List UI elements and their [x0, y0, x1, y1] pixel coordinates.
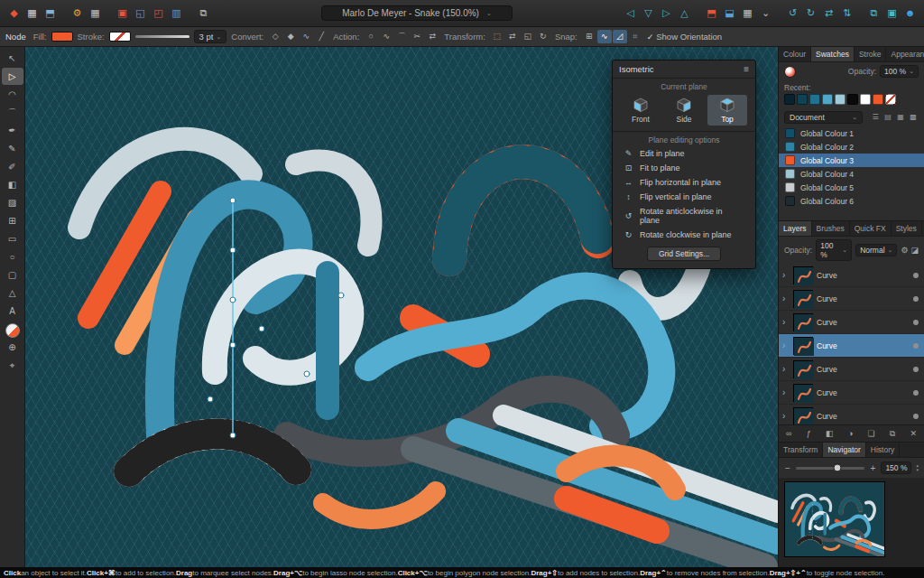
- group-icon[interactable]: ▣: [883, 5, 901, 22]
- contour-tool[interactable]: ◠: [2, 86, 23, 103]
- tab-brushes[interactable]: Brushes: [812, 221, 850, 236]
- expand-chevron-icon[interactable]: ›: [782, 270, 790, 280]
- stroke-swatch[interactable]: [109, 32, 131, 42]
- tab-appearance[interactable]: Appearance: [886, 47, 924, 61]
- order-front-icon[interactable]: ⬒: [703, 5, 720, 22]
- view-tool[interactable]: ⌖: [2, 357, 23, 374]
- zoom-stepper[interactable]: ▴ ▾: [916, 463, 919, 472]
- plane-front[interactable]: Front: [621, 95, 661, 126]
- transform-scale-icon[interactable]: ◱: [521, 30, 535, 43]
- align-right-icon[interactable]: ▷: [658, 5, 675, 22]
- brush-tool[interactable]: ✐: [2, 158, 23, 175]
- corner-tool[interactable]: ⌒: [2, 104, 23, 121]
- isometric-panel-header[interactable]: Isometric ≡: [613, 61, 755, 79]
- blend-options-gear-icon[interactable]: ⚙: [901, 246, 908, 255]
- lock-icon[interactable]: ◪: [910, 246, 919, 255]
- layer-visibility-dot[interactable]: [913, 414, 919, 419]
- adjustment-icon[interactable]: ◑: [848, 429, 853, 438]
- smooth-curve-icon[interactable]: ∿: [379, 30, 393, 43]
- fit-to-plane-option[interactable]: ⊡Fit to plane: [613, 161, 755, 175]
- layer-row[interactable]: ›Curve: [779, 358, 924, 381]
- reverse-curve-icon[interactable]: ⇄: [425, 30, 439, 43]
- flip-horizontal-icon[interactable]: ⇄: [820, 5, 837, 22]
- pencil-tool[interactable]: ✎: [2, 140, 23, 157]
- swatches-opacity-dropdown[interactable]: 100 % ⌄: [880, 65, 919, 78]
- insert-inside-icon[interactable]: ▣: [114, 5, 131, 22]
- recent-swatch[interactable]: [797, 94, 808, 105]
- order-back-icon[interactable]: ⬓: [721, 5, 738, 22]
- zoom-preset-icon[interactable]: ⌄: [757, 5, 774, 22]
- snap-alignment-icon[interactable]: ⌗: [628, 30, 642, 43]
- transform-rotate-icon[interactable]: ↻: [536, 30, 550, 43]
- move-tool[interactable]: ↖: [2, 50, 23, 67]
- convert-smooth-node-icon[interactable]: ◆: [283, 30, 298, 43]
- navigator-thumbnail[interactable]: [784, 481, 885, 557]
- ellipse-tool[interactable]: ○: [2, 248, 23, 266]
- flip-vertical-icon[interactable]: ⇅: [838, 5, 855, 22]
- rotate-clockwise-icon[interactable]: ↻: [802, 5, 819, 22]
- layer-visibility-dot[interactable]: [913, 273, 919, 278]
- transform-mode-icon[interactable]: ⬚: [490, 30, 504, 43]
- pixel-persona-icon[interactable]: ▦: [23, 5, 41, 22]
- recent-swatch[interactable]: [809, 94, 820, 105]
- grid-view-large-icon[interactable]: ▩: [908, 112, 919, 123]
- tab-styles[interactable]: Styles: [892, 221, 922, 236]
- join-curves-icon[interactable]: ⌒: [394, 30, 409, 43]
- document-title[interactable]: Marlo De Meyer - Snake (150.0%) ⌄: [321, 5, 513, 21]
- layer-visibility-dot[interactable]: [913, 320, 919, 325]
- zoom-tool[interactable]: ⊕: [2, 339, 23, 356]
- tab-quick-fx[interactable]: Quick FX: [850, 221, 892, 236]
- expand-chevron-icon[interactable]: ›: [782, 317, 790, 327]
- plane-top[interactable]: Top: [707, 95, 747, 126]
- layer-row[interactable]: ›Curve: [779, 381, 924, 405]
- node-tool[interactable]: ▷: [2, 68, 23, 85]
- layer-visibility-dot[interactable]: [913, 343, 919, 349]
- zoom-in-button[interactable]: +: [869, 463, 876, 473]
- swatch-row[interactable]: Global Colour 4: [779, 167, 924, 181]
- snap-construction-icon[interactable]: ◿: [613, 30, 627, 43]
- tab-transform[interactable]: Transform: [779, 443, 823, 457]
- settings-gear-icon[interactable]: ⚙: [69, 5, 86, 22]
- designer-persona-icon[interactable]: ◆: [5, 5, 23, 22]
- zoom-value-dropdown[interactable]: 150 %: [881, 461, 911, 474]
- snap-to-curves-icon[interactable]: ∿: [597, 30, 612, 43]
- tab-history[interactable]: History: [866, 443, 900, 457]
- transparency-tool[interactable]: ▨: [2, 194, 23, 211]
- link-icon[interactable]: ∞: [786, 429, 791, 438]
- convert-smart-node-icon[interactable]: ∿: [299, 30, 313, 43]
- blend-mode-select[interactable]: Normal ⌄: [855, 244, 897, 256]
- recent-swatch[interactable]: [835, 94, 845, 105]
- convert-sharp-node-icon[interactable]: ◇: [268, 30, 282, 43]
- stroke-width-dropdown[interactable]: 3 pt ⌄: [194, 30, 227, 43]
- break-curve-icon[interactable]: ✂: [410, 30, 424, 43]
- shape-tool[interactable]: △: [2, 284, 23, 302]
- layer-row[interactable]: ›Curve: [779, 287, 924, 311]
- no-fill-swatch[interactable]: [885, 94, 896, 105]
- align-centre-icon[interactable]: ▽: [640, 5, 657, 22]
- swatch-row[interactable]: Global Colour 6: [779, 194, 924, 208]
- colour-wheel-icon[interactable]: [784, 66, 796, 78]
- tab-navigator[interactable]: Navigator: [823, 443, 865, 457]
- layer-row[interactable]: ›Curve: [779, 311, 924, 334]
- swatch-category-select[interactable]: Document ⌄: [784, 111, 863, 124]
- rectangle-tool[interactable]: ▭: [2, 230, 23, 247]
- panel-menu-icon[interactable]: ≡: [744, 64, 749, 74]
- text-tool[interactable]: A: [2, 303, 23, 320]
- align-left-icon[interactable]: ◁: [622, 5, 639, 22]
- zoom-out-button[interactable]: −: [784, 463, 791, 473]
- new-layer-icon[interactable]: ❏: [867, 429, 874, 438]
- grid-toggle-icon[interactable]: ▦: [87, 5, 104, 22]
- snapshot-icon[interactable]: ⧉: [195, 5, 212, 22]
- account-icon[interactable]: ☻: [901, 5, 919, 22]
- swatch-row[interactable]: Global Colour 3: [779, 154, 924, 167]
- layer-visibility-dot[interactable]: [913, 367, 919, 372]
- recent-swatch[interactable]: [873, 94, 883, 105]
- rotate-anticlockwise-in-plane-option[interactable]: ↺Rotate anticlockwise in plane: [613, 204, 755, 228]
- duplicate-icon[interactable]: ⧉: [865, 5, 882, 22]
- grid-settings-button[interactable]: Grid Settings...: [647, 247, 721, 261]
- fill-tool[interactable]: ◧: [2, 176, 23, 193]
- colour-selector[interactable]: [5, 323, 20, 338]
- layer-visibility-dot[interactable]: [913, 296, 919, 302]
- rounded-rectangle-tool[interactable]: ▢: [2, 266, 23, 284]
- distribute-icon[interactable]: △: [676, 5, 693, 22]
